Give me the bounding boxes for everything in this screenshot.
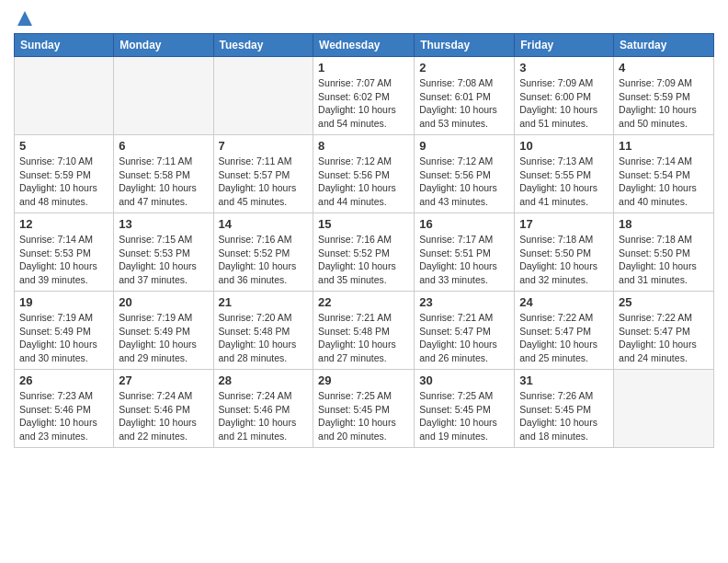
day-number: 6 bbox=[119, 139, 208, 153]
day-number: 23 bbox=[419, 295, 509, 309]
day-info: Sunrise: 7:23 AMSunset: 5:46 PMDaylight:… bbox=[19, 389, 108, 443]
logo-icon bbox=[16, 9, 34, 28]
day-number: 2 bbox=[419, 61, 509, 75]
calendar-cell: 8Sunrise: 7:12 AMSunset: 5:56 PMDaylight… bbox=[313, 135, 415, 213]
calendar-cell: 26Sunrise: 7:23 AMSunset: 5:46 PMDayligh… bbox=[15, 370, 114, 448]
calendar-cell: 5Sunrise: 7:10 AMSunset: 5:59 PMDaylight… bbox=[15, 135, 114, 213]
calendar-cell: 13Sunrise: 7:15 AMSunset: 5:53 PMDayligh… bbox=[114, 213, 213, 292]
calendar-cell: 29Sunrise: 7:25 AMSunset: 5:45 PMDayligh… bbox=[313, 370, 415, 448]
calendar-cell: 20Sunrise: 7:19 AMSunset: 5:49 PMDayligh… bbox=[114, 292, 213, 370]
day-info: Sunrise: 7:12 AMSunset: 5:56 PMDaylight:… bbox=[419, 155, 509, 209]
day-info: Sunrise: 7:18 AMSunset: 5:50 PMDaylight:… bbox=[519, 233, 609, 287]
calendar-cell: 10Sunrise: 7:13 AMSunset: 5:55 PMDayligh… bbox=[515, 135, 614, 213]
day-info: Sunrise: 7:09 AMSunset: 5:59 PMDaylight:… bbox=[619, 76, 709, 131]
day-info: Sunrise: 7:18 AMSunset: 5:50 PMDaylight:… bbox=[619, 233, 709, 287]
day-info: Sunrise: 7:17 AMSunset: 5:51 PMDaylight:… bbox=[419, 233, 509, 287]
day-info: Sunrise: 7:21 AMSunset: 5:48 PMDaylight:… bbox=[318, 311, 409, 365]
week-row-1: 1Sunrise: 7:07 AMSunset: 6:02 PMDaylight… bbox=[15, 57, 714, 135]
day-info: Sunrise: 7:19 AMSunset: 5:49 PMDaylight:… bbox=[119, 311, 208, 365]
day-info: Sunrise: 7:11 AMSunset: 5:58 PMDaylight:… bbox=[119, 155, 208, 209]
calendar-cell: 4Sunrise: 7:09 AMSunset: 5:59 PMDaylight… bbox=[614, 57, 714, 135]
day-info: Sunrise: 7:24 AMSunset: 5:46 PMDaylight:… bbox=[119, 389, 208, 443]
calendar-cell: 14Sunrise: 7:16 AMSunset: 5:52 PMDayligh… bbox=[213, 213, 313, 292]
day-number: 21 bbox=[219, 295, 309, 309]
day-number: 26 bbox=[19, 373, 108, 387]
calendar-cell: 2Sunrise: 7:08 AMSunset: 6:01 PMDaylight… bbox=[415, 57, 515, 135]
day-number: 20 bbox=[119, 295, 208, 309]
calendar-cell bbox=[614, 370, 714, 448]
day-info: Sunrise: 7:12 AMSunset: 5:56 PMDaylight:… bbox=[318, 155, 409, 209]
day-info: Sunrise: 7:14 AMSunset: 5:53 PMDaylight:… bbox=[19, 233, 108, 287]
day-number: 12 bbox=[19, 217, 108, 231]
day-number: 16 bbox=[419, 217, 509, 231]
day-number: 13 bbox=[119, 217, 208, 231]
calendar-cell: 3Sunrise: 7:09 AMSunset: 6:00 PMDaylight… bbox=[515, 57, 614, 135]
day-number: 30 bbox=[419, 373, 509, 387]
calendar-cell bbox=[213, 57, 313, 135]
day-number: 28 bbox=[219, 373, 309, 387]
day-header-sunday: Sunday bbox=[15, 34, 114, 57]
calendar-cell: 27Sunrise: 7:24 AMSunset: 5:46 PMDayligh… bbox=[114, 370, 213, 448]
day-header-tuesday: Tuesday bbox=[213, 34, 313, 57]
day-info: Sunrise: 7:15 AMSunset: 5:53 PMDaylight:… bbox=[119, 233, 208, 287]
week-row-2: 5Sunrise: 7:10 AMSunset: 5:59 PMDaylight… bbox=[15, 135, 714, 213]
day-number: 31 bbox=[519, 373, 609, 387]
day-info: Sunrise: 7:11 AMSunset: 5:57 PMDaylight:… bbox=[219, 155, 309, 209]
calendar-cell: 6Sunrise: 7:11 AMSunset: 5:58 PMDaylight… bbox=[114, 135, 213, 213]
calendar-cell: 19Sunrise: 7:19 AMSunset: 5:49 PMDayligh… bbox=[15, 292, 114, 370]
calendar-cell: 7Sunrise: 7:11 AMSunset: 5:57 PMDaylight… bbox=[213, 135, 313, 213]
calendar-cell bbox=[15, 57, 114, 135]
day-header-thursday: Thursday bbox=[415, 34, 515, 57]
day-info: Sunrise: 7:16 AMSunset: 5:52 PMDaylight:… bbox=[318, 233, 409, 287]
calendar-cell: 23Sunrise: 7:21 AMSunset: 5:47 PMDayligh… bbox=[415, 292, 515, 370]
day-info: Sunrise: 7:22 AMSunset: 5:47 PMDaylight:… bbox=[619, 311, 709, 365]
calendar-table: SundayMondayTuesdayWednesdayThursdayFrid… bbox=[14, 33, 714, 448]
day-number: 29 bbox=[318, 373, 409, 387]
calendar-cell: 28Sunrise: 7:24 AMSunset: 5:46 PMDayligh… bbox=[213, 370, 313, 448]
day-header-monday: Monday bbox=[114, 34, 213, 57]
calendar-cell: 1Sunrise: 7:07 AMSunset: 6:02 PMDaylight… bbox=[313, 57, 415, 135]
day-info: Sunrise: 7:08 AMSunset: 6:01 PMDaylight:… bbox=[419, 76, 509, 131]
day-number: 15 bbox=[318, 217, 409, 231]
day-number: 11 bbox=[619, 139, 709, 153]
calendar-cell: 11Sunrise: 7:14 AMSunset: 5:54 PMDayligh… bbox=[614, 135, 714, 213]
day-info: Sunrise: 7:10 AMSunset: 5:59 PMDaylight:… bbox=[19, 155, 108, 209]
calendar-cell: 24Sunrise: 7:22 AMSunset: 5:47 PMDayligh… bbox=[515, 292, 614, 370]
day-header-friday: Friday bbox=[515, 34, 614, 57]
day-info: Sunrise: 7:20 AMSunset: 5:48 PMDaylight:… bbox=[219, 311, 309, 365]
day-info: Sunrise: 7:25 AMSunset: 5:45 PMDaylight:… bbox=[419, 389, 509, 443]
week-row-5: 26Sunrise: 7:23 AMSunset: 5:46 PMDayligh… bbox=[15, 370, 714, 448]
day-number: 22 bbox=[318, 295, 409, 309]
page-header bbox=[14, 9, 714, 28]
day-info: Sunrise: 7:07 AMSunset: 6:02 PMDaylight:… bbox=[318, 76, 409, 131]
calendar-cell: 12Sunrise: 7:14 AMSunset: 5:53 PMDayligh… bbox=[15, 213, 114, 292]
day-number: 18 bbox=[619, 217, 709, 231]
day-number: 3 bbox=[519, 61, 609, 75]
day-header-wednesday: Wednesday bbox=[313, 34, 415, 57]
calendar-cell: 18Sunrise: 7:18 AMSunset: 5:50 PMDayligh… bbox=[614, 213, 714, 292]
svg-marker-0 bbox=[17, 11, 32, 26]
calendar-cell: 17Sunrise: 7:18 AMSunset: 5:50 PMDayligh… bbox=[515, 213, 614, 292]
day-number: 1 bbox=[318, 61, 409, 75]
day-info: Sunrise: 7:13 AMSunset: 5:55 PMDaylight:… bbox=[519, 155, 609, 209]
day-info: Sunrise: 7:19 AMSunset: 5:49 PMDaylight:… bbox=[19, 311, 108, 365]
day-number: 8 bbox=[318, 139, 409, 153]
calendar-cell: 16Sunrise: 7:17 AMSunset: 5:51 PMDayligh… bbox=[415, 213, 515, 292]
day-number: 19 bbox=[19, 295, 108, 309]
day-info: Sunrise: 7:14 AMSunset: 5:54 PMDaylight:… bbox=[619, 155, 709, 209]
day-number: 5 bbox=[19, 139, 108, 153]
day-number: 14 bbox=[219, 217, 309, 231]
day-info: Sunrise: 7:16 AMSunset: 5:52 PMDaylight:… bbox=[219, 233, 309, 287]
day-header-row: SundayMondayTuesdayWednesdayThursdayFrid… bbox=[15, 34, 714, 57]
day-info: Sunrise: 7:25 AMSunset: 5:45 PMDaylight:… bbox=[318, 389, 409, 443]
day-header-saturday: Saturday bbox=[614, 34, 714, 57]
day-number: 9 bbox=[419, 139, 509, 153]
day-number: 27 bbox=[119, 373, 208, 387]
day-number: 25 bbox=[619, 295, 709, 309]
day-info: Sunrise: 7:24 AMSunset: 5:46 PMDaylight:… bbox=[219, 389, 309, 443]
logo bbox=[14, 9, 34, 28]
day-number: 17 bbox=[519, 217, 609, 231]
day-info: Sunrise: 7:26 AMSunset: 5:45 PMDaylight:… bbox=[519, 389, 609, 443]
day-info: Sunrise: 7:09 AMSunset: 6:00 PMDaylight:… bbox=[519, 76, 609, 131]
calendar-cell: 30Sunrise: 7:25 AMSunset: 5:45 PMDayligh… bbox=[415, 370, 515, 448]
